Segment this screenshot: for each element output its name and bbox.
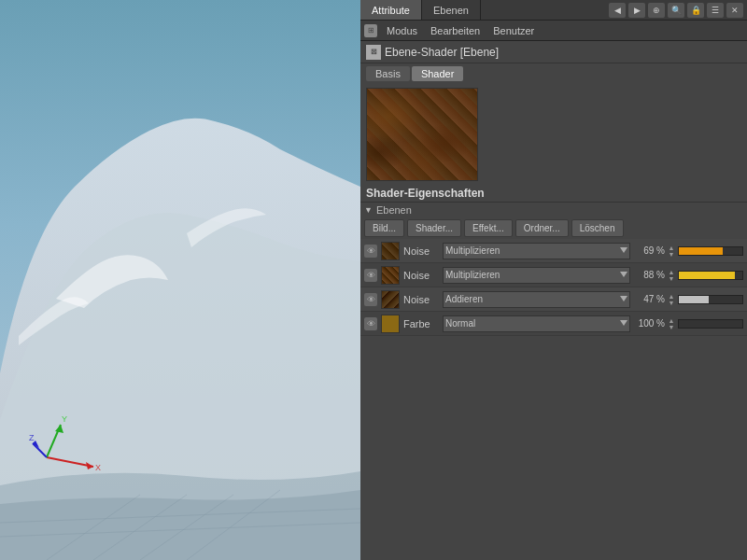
layer-step-4[interactable]: ▲ ▼	[667, 317, 676, 330]
layer-bar-container-2	[678, 271, 743, 280]
svg-line-7	[47, 457, 93, 467]
properties-header: Shader-Eigenschaften	[360, 185, 747, 203]
layers-container: 👁 Noise Multiplizieren Addieren Normal 6…	[360, 239, 747, 560]
menu-btn[interactable]: ☰	[707, 3, 724, 18]
layer-name-2: Noise	[403, 270, 441, 281]
layer-bar-1	[679, 247, 723, 255]
layer-visibility-2[interactable]: 👁	[364, 269, 377, 282]
texture-preview	[366, 88, 478, 181]
layer-visibility-1[interactable]: 👁	[364, 245, 377, 258]
axis-widget: X Y Z	[28, 411, 103, 485]
layer-step-2[interactable]: ▲ ▼	[667, 269, 676, 282]
benutzer-menu[interactable]: Benutzer	[489, 24, 538, 37]
layer-percent-4: 100 %	[632, 318, 665, 329]
table-row: 👁 Noise Multiplizieren Addieren Normal 6…	[360, 239, 747, 263]
svg-text:Z: Z	[29, 433, 35, 442]
layer-blend-3[interactable]: Multiplizieren Addieren Normal	[443, 291, 630, 308]
layer-blend-1[interactable]: Multiplizieren Addieren Normal	[443, 243, 630, 259]
layer-thumb-1	[381, 242, 400, 260]
layer-step-3[interactable]: ▲ ▼	[667, 293, 676, 306]
shader-icon: ⊠	[366, 45, 381, 60]
object-title: Ebene-Shader [Ebene]	[385, 46, 499, 59]
ordner-btn[interactable]: Ordner...	[515, 219, 569, 237]
tab-ebenen[interactable]: Ebenen	[422, 0, 481, 20]
effekt-btn[interactable]: Effekt...	[464, 219, 513, 237]
layer-bar-container-4	[678, 319, 743, 329]
tab-basis[interactable]: Basis	[366, 66, 410, 81]
table-row: 👁 Farbe Multiplizieren Addieren Normal 1…	[360, 312, 747, 336]
layer-bar-2	[679, 272, 735, 279]
layer-name-4: Farbe	[403, 318, 441, 329]
layer-thumb-3	[381, 290, 400, 309]
top-tabs: Attribute Ebenen ◀ ▶ ⊕ 🔍 🔒 ☰ ✕	[360, 0, 747, 21]
layer-bar-container-3	[678, 295, 743, 304]
tab-attribute[interactable]: Attribute	[360, 0, 422, 20]
bearbeiten-menu[interactable]: Bearbeiten	[427, 24, 484, 37]
lock-btn[interactable]: 🔒	[687, 3, 704, 18]
layer-thumb-2	[381, 266, 400, 285]
menu-toolbar: ⊞ Modus Bearbeiten Benutzer	[360, 21, 747, 41]
layer-visibility-3[interactable]: 👁	[364, 293, 377, 306]
layer-blend-2[interactable]: Multiplizieren Addieren Normal	[443, 267, 630, 284]
layer-blend-4[interactable]: Multiplizieren Addieren Normal	[443, 315, 630, 332]
right-panel: Attribute Ebenen ◀ ▶ ⊕ 🔍 🔒 ☰ ✕ ⊞ Modus B…	[360, 0, 747, 560]
layer-name-3: Noise	[403, 294, 441, 305]
section-arrow: ▼	[364, 205, 373, 215]
layer-visibility-4[interactable]: 👁	[364, 317, 377, 330]
layer-thumb-4	[381, 315, 400, 333]
tab-shader[interactable]: Shader	[412, 66, 463, 81]
layer-bar-container-1	[678, 246, 743, 256]
layer-percent-1: 69 %	[632, 245, 665, 256]
svg-text:X: X	[95, 463, 101, 472]
search-btn[interactable]: 🔍	[668, 3, 684, 18]
nav-right-btn[interactable]: ▶	[628, 3, 645, 18]
3d-viewport[interactable]: X Y Z	[0, 0, 360, 560]
texture-noise-overlay	[367, 89, 477, 180]
cursor-btn[interactable]: ⊕	[648, 3, 665, 18]
table-row: 👁 Noise Multiplizieren Addieren Normal 4…	[360, 287, 747, 312]
object-title-bar: ⊠ Ebene-Shader [Ebene]	[360, 41, 747, 63]
bild-btn[interactable]: Bild...	[364, 219, 404, 237]
close-btn[interactable]: ✕	[726, 3, 743, 18]
section-label-text: Ebenen	[376, 204, 412, 216]
layer-step-1[interactable]: ▲ ▼	[667, 245, 676, 258]
layer-percent-3: 47 %	[632, 294, 665, 304]
shader-btn[interactable]: Shader...	[407, 219, 461, 237]
modus-menu[interactable]: Modus	[383, 24, 421, 37]
loschen-btn[interactable]: Löschen	[571, 219, 624, 237]
layer-name-1: Noise	[403, 245, 441, 257]
layer-bar-3	[679, 296, 709, 303]
svg-text:Y: Y	[62, 414, 67, 424]
section-ebenen[interactable]: ▼ Ebenen	[360, 203, 747, 217]
sub-tabs: Basis Shader	[360, 63, 747, 84]
action-buttons: Bild... Shader... Effekt... Ordner... Lö…	[360, 217, 747, 239]
table-row: 👁 Noise Multiplizieren Addieren Normal 8…	[360, 263, 747, 287]
nav-left-btn[interactable]: ◀	[609, 3, 626, 18]
layer-percent-2: 88 %	[632, 270, 665, 280]
svg-line-11	[33, 443, 47, 457]
grid-icon: ⊞	[364, 24, 377, 37]
